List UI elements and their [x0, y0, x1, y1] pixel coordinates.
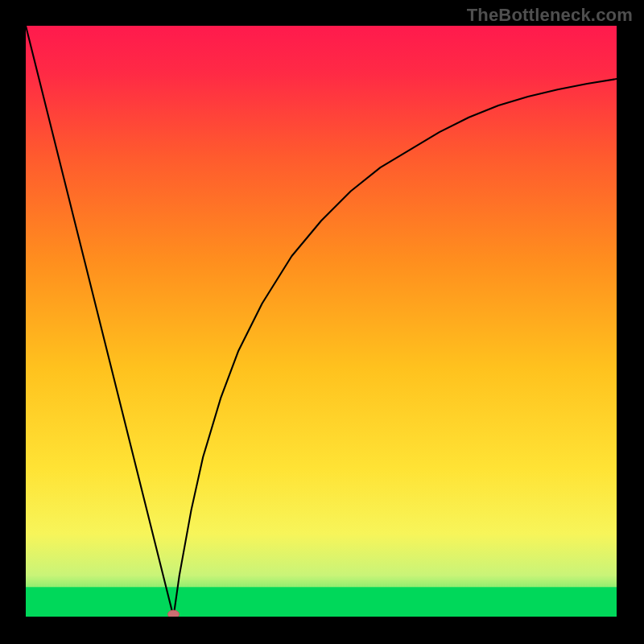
bottleneck-chart: [26, 26, 617, 617]
bottom-green-band: [26, 587, 617, 617]
gradient-background: [26, 26, 617, 617]
watermark-text: TheBottleneck.com: [467, 5, 633, 26]
plot-area: [26, 26, 617, 617]
minimum-marker: [168, 610, 180, 617]
chart-frame: TheBottleneck.com: [0, 0, 644, 644]
